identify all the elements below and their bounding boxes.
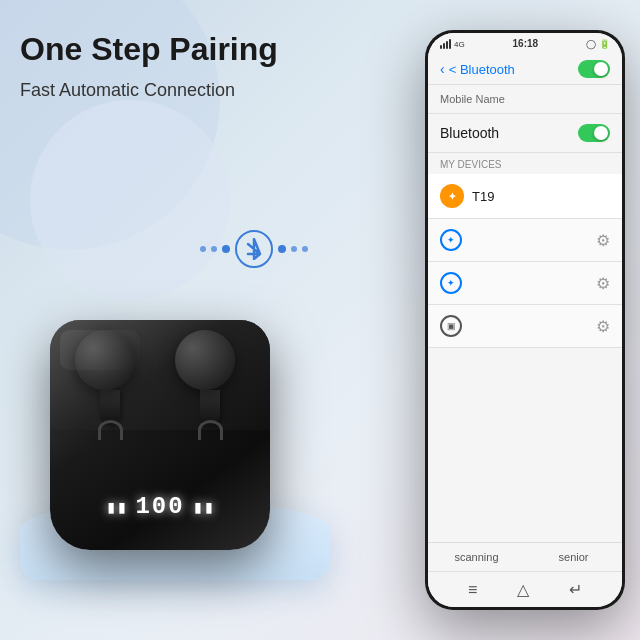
nav-menu-btn[interactable]: ≡	[468, 581, 477, 599]
nav-back-btn[interactable]: ↵	[569, 580, 582, 599]
battery-icon-right: ▮▮	[193, 496, 215, 518]
bt-dots-right	[278, 245, 308, 253]
signal-bars: 4G	[440, 39, 465, 49]
status-bar: 4G 16:18 ◯ 🔋	[428, 33, 622, 54]
device-circle-icon-3: ▣	[440, 315, 462, 337]
bt-dot-5	[291, 246, 297, 252]
status-icons: ◯ 🔋	[586, 39, 610, 49]
signal-label: 4G	[454, 40, 465, 49]
device-circle-icon-2: ✦	[440, 272, 462, 294]
device-name-t19: T19	[472, 189, 610, 204]
bluetooth-dots-container	[200, 230, 308, 268]
status-time: 16:18	[513, 38, 539, 49]
case-reflection	[60, 330, 140, 370]
phone-bottom-tabs: scanning senior	[428, 542, 622, 571]
bluetooth-status-icon: ◯	[586, 39, 596, 49]
tab-senior[interactable]: senior	[525, 543, 622, 571]
phone-inner: 4G 16:18 ◯ 🔋 ‹ < Bluetooth Mobile Name	[428, 33, 622, 607]
phone-nav-bottom: ≡ △ ↵	[428, 571, 622, 607]
case-body: ▮▮ 100 ▮▮	[50, 320, 270, 550]
phone-content: Mobile Name Bluetooth MY DEVICES ✦ T19	[428, 85, 622, 542]
headline: One Step Pairing	[20, 30, 360, 68]
bt-dot-4	[278, 245, 286, 253]
earbud-right-hook	[198, 420, 223, 440]
nav-home-btn[interactable]: △	[517, 580, 529, 599]
signal-bar-3	[446, 41, 448, 49]
mobile-name-row: Mobile Name	[428, 85, 622, 114]
battery-icon-left: ▮▮	[106, 496, 128, 518]
bt-dot-2	[211, 246, 217, 252]
subheadline: Fast Automatic Connection	[20, 80, 360, 101]
bluetooth-icon	[235, 230, 273, 268]
my-devices-header: MY DEVICES	[428, 153, 622, 174]
settings-gear-1[interactable]: ⚙	[596, 231, 610, 250]
device-icon-char: ✦	[448, 191, 456, 202]
mobile-name-label: Mobile Name	[440, 93, 505, 105]
device-row-t19[interactable]: ✦ T19	[428, 174, 622, 219]
back-arrow-icon[interactable]: ‹	[440, 61, 445, 77]
toggle-knob-top	[594, 62, 608, 76]
bluetooth-setting-label: Bluetooth	[440, 125, 499, 141]
other-device-row-3[interactable]: ▣ ⚙	[428, 305, 622, 348]
toggle-knob-main	[594, 126, 608, 140]
earbud-right-body	[175, 330, 235, 390]
nav-title: < Bluetooth	[449, 62, 578, 77]
battery-status: 🔋	[599, 39, 610, 49]
earbuds-case: ▮▮ 100 ▮▮	[50, 320, 270, 550]
battery-level: 100	[135, 493, 184, 520]
signal-bar-2	[443, 43, 445, 49]
bt-dot-3	[222, 245, 230, 253]
bt-dot-1	[200, 246, 206, 252]
other-device-row-1[interactable]: ✦ ⚙	[428, 219, 622, 262]
led-display: ▮▮ 100 ▮▮	[106, 493, 215, 520]
left-section: One Step Pairing Fast Automatic Connecti…	[20, 30, 360, 131]
device-icon-t19: ✦	[440, 184, 464, 208]
bluetooth-toggle-top[interactable]	[578, 60, 610, 78]
earbud-right	[175, 330, 245, 420]
signal-bar-1	[440, 45, 442, 49]
signal-bar-4	[449, 39, 451, 49]
phone-nav-bar[interactable]: ‹ < Bluetooth	[428, 54, 622, 85]
phone-mockup: 4G 16:18 ◯ 🔋 ‹ < Bluetooth Mobile Name	[425, 30, 625, 610]
bluetooth-toggle-main[interactable]	[578, 124, 610, 142]
bluetooth-row: Bluetooth	[428, 114, 622, 153]
settings-gear-2[interactable]: ⚙	[596, 274, 610, 293]
other-device-row-2[interactable]: ✦ ⚙	[428, 262, 622, 305]
device-circle-icon-1: ✦	[440, 229, 462, 251]
bt-dot-6	[302, 246, 308, 252]
settings-gear-3[interactable]: ⚙	[596, 317, 610, 336]
earbud-left-hook	[98, 420, 123, 440]
tab-scanning[interactable]: scanning	[428, 543, 525, 571]
